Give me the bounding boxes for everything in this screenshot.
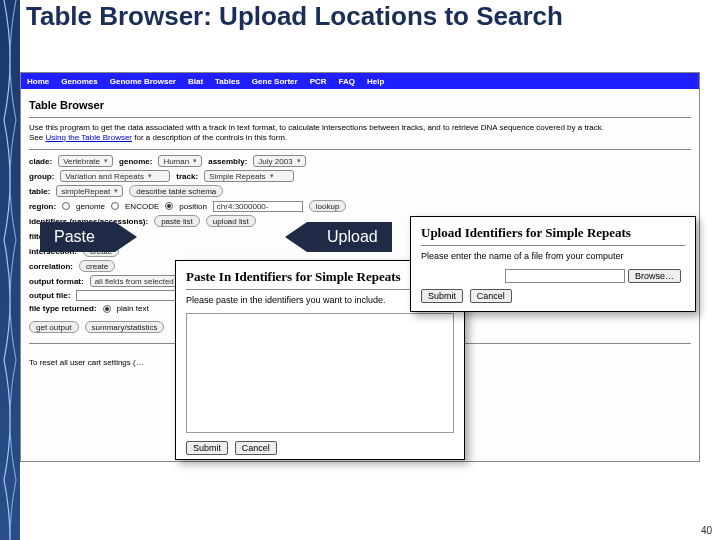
region-encode-radio[interactable] [111,202,119,210]
clade-label: clade: [29,157,52,166]
navbar: Home Genomes Genome Browser Blat Tables … [21,73,699,89]
nav-gene-sorter[interactable]: Gene Sorter [252,77,298,86]
page-number: 40 [701,525,712,536]
track-label: track: [176,172,198,181]
intro-text: Use this program to get the data associa… [29,123,691,143]
paste-submit-button[interactable]: Submit [186,441,228,455]
track-select[interactable]: Simple Repeats▾ [204,170,294,182]
correlation-create-button[interactable]: create [79,260,115,272]
clade-select[interactable]: Vertebrate▾ [58,155,113,167]
paste-cancel-button[interactable]: Cancel [235,441,277,455]
upload-popup: Upload Identifiers for Simple Repeats Pl… [410,216,696,312]
paste-arrow: Paste [40,222,137,252]
nav-pcr[interactable]: PCR [310,77,327,86]
summary-button[interactable]: summary/statistics [85,321,165,333]
describe-schema-button[interactable]: describe table schema [129,185,223,197]
table-select[interactable]: simpleRepeat▾ [56,185,123,197]
correlation-label: correlation: [29,262,73,271]
table-label: table: [29,187,50,196]
genome-select[interactable]: Human▾ [158,155,202,167]
upload-file-input[interactable] [505,269,625,283]
output-format-label: output format: [29,277,84,286]
upload-cancel-button[interactable]: Cancel [470,289,512,303]
nav-genome-browser[interactable]: Genome Browser [110,77,176,86]
upload-arrow: Upload [285,222,392,252]
browse-button[interactable]: Browse… [628,269,681,283]
group-select[interactable]: Variation and Repeats▾ [60,170,170,182]
region-genome-radio[interactable] [62,202,70,210]
nav-tables[interactable]: Tables [215,77,240,86]
file-type-label: file type returned: [29,304,97,313]
region-label: region: [29,202,56,211]
genome-label: genome: [119,157,152,166]
upload-list-button[interactable]: upload list [206,215,256,227]
nav-genomes[interactable]: Genomes [61,77,97,86]
get-output-button[interactable]: get output [29,321,79,333]
paste-list-button[interactable]: paste list [154,215,200,227]
assembly-label: assembly: [208,157,247,166]
lookup-button[interactable]: lookup [309,200,347,212]
nav-faq[interactable]: FAQ [339,77,355,86]
page-heading: Table Browser [29,99,691,111]
paste-textarea[interactable] [186,313,454,433]
upload-popup-title: Upload Identifiers for Simple Repeats [421,225,685,241]
nav-help[interactable]: Help [367,77,384,86]
output-file-label: output file: [29,291,70,300]
dna-decor [0,0,20,540]
upload-popup-desc: Please enter the name of a file from you… [421,251,685,261]
slide-title: Table Browser: Upload Locations to Searc… [26,2,586,31]
position-input[interactable]: chr4:3000000- [213,201,303,212]
assembly-select[interactable]: July 2003▾ [253,155,305,167]
intro-link[interactable]: Using the Table Browser [45,133,132,142]
nav-home[interactable]: Home [27,77,49,86]
region-position-radio[interactable] [165,202,173,210]
upload-submit-button[interactable]: Submit [421,289,463,303]
nav-blat[interactable]: Blat [188,77,203,86]
group-label: group: [29,172,54,181]
plain-text-radio[interactable] [103,305,111,313]
